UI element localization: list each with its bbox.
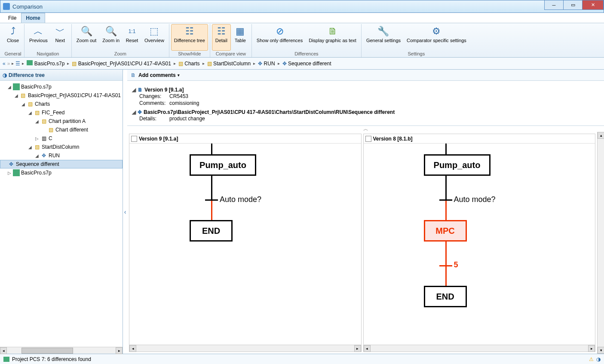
expander-icon[interactable]: ◢ xyxy=(28,145,33,150)
tree-item-fic-feed[interactable]: ◢▧FIC_Feed xyxy=(0,108,123,117)
list-view-icon[interactable]: ☰ xyxy=(15,61,20,67)
crumb-charts[interactable]: ▧ Charts xyxy=(178,60,201,67)
comparator-settings-button[interactable]: ⚙Comparator specific settings xyxy=(404,24,469,51)
expander-icon[interactable]: ◢ xyxy=(132,87,136,93)
scroll-down-button[interactable]: ▾ xyxy=(598,347,604,354)
scroll-right-button[interactable]: ▸ xyxy=(116,347,123,354)
expander-icon[interactable]: ◢ xyxy=(21,102,26,107)
scroll-left-button[interactable]: ◂ xyxy=(364,345,371,352)
crumb-as01[interactable]: ▧ BasicProject_Prj\AS01\CPU 417-4\AS01 xyxy=(71,60,172,67)
minimize-button[interactable]: ─ xyxy=(544,0,564,10)
tab-file[interactable]: File xyxy=(3,13,21,23)
tree-item-sequence-different[interactable]: ✥Sequence different xyxy=(0,160,123,168)
crumb-run[interactable]: ✥ RUN xyxy=(257,60,276,67)
diagram-right-canvas[interactable]: Pump_auto Auto mode? MPC 5 END xyxy=(364,144,595,345)
content-v-scrollbar[interactable]: ▴ ▾ xyxy=(597,132,604,354)
scroll-right-button[interactable]: ▸ xyxy=(588,345,595,352)
expander-icon[interactable]: ◢ xyxy=(28,110,33,115)
tree-item-basicpro[interactable]: ◢BasicPro.s7p xyxy=(0,83,123,91)
diagram-right-title: Version 8 [8.1.b] xyxy=(373,136,413,142)
general-settings-label: General settings xyxy=(366,38,401,43)
general-settings-button[interactable]: 🔧General settings xyxy=(363,24,404,51)
crumb-startdistcolumn[interactable]: ▧ StartDistColumn xyxy=(206,60,252,67)
difference-tree-button[interactable]: ☷Difference tree xyxy=(171,24,208,51)
difference-tree-panel: ◑ Difference tree ◢BasicPro.s7p ◢▧BasicP… xyxy=(0,70,123,354)
scroll-left-button[interactable]: ◂ xyxy=(0,347,7,354)
add-comments-button[interactable]: Add comments▾ xyxy=(138,72,180,78)
ribbon-group-compareview: ☷Detail ▦Table Compare view xyxy=(210,24,252,57)
scroll-up-button[interactable]: ▴ xyxy=(598,132,604,139)
expander-icon[interactable]: ◢ xyxy=(7,85,12,89)
zoom-out-button[interactable]: 🔍Zoom out xyxy=(74,24,99,51)
diagram-left-h-scrollbar[interactable]: ◂ ▸ xyxy=(129,345,361,352)
flow-transition-label: Auto mode? xyxy=(220,195,261,204)
flow-step-pump-auto[interactable]: Pump_auto xyxy=(424,154,491,176)
expander-icon[interactable]: ◢ xyxy=(34,119,40,124)
run-icon: ✥ xyxy=(40,152,47,159)
flow-step-pump-auto[interactable]: Pump_auto xyxy=(190,154,256,176)
details-collapse-handle[interactable]: ︿ xyxy=(127,126,604,132)
sidebar-collapse-handle[interactable]: ‹ xyxy=(123,70,127,354)
close-button[interactable]: ⤴ Close xyxy=(3,24,22,51)
tree-h-scrollbar[interactable]: ◂ ▸ xyxy=(0,347,123,354)
tree-item-startdistcolumn[interactable]: ◢▧StartDistColumn xyxy=(0,143,123,151)
zoom-reset-label: Reset xyxy=(126,38,138,43)
previous-button[interactable]: ︿Previous xyxy=(26,24,51,51)
tree-item-chart-partition-a[interactable]: ◢▧Chart partition A xyxy=(0,117,123,125)
tree-item-basicpro-2[interactable]: ▷BasicPro.s7p xyxy=(0,168,123,177)
nav-forward-icon[interactable]: » xyxy=(7,61,10,67)
info-icon[interactable]: ◑ xyxy=(596,356,601,362)
maximize-button[interactable]: ▭ xyxy=(563,0,583,10)
tree-item-c[interactable]: ▷▥C xyxy=(0,134,123,143)
project-icon xyxy=(3,357,9,362)
details-value: product change xyxy=(169,116,205,122)
flow-step-end[interactable]: END xyxy=(190,220,233,242)
next-button[interactable]: ﹀Next xyxy=(51,24,70,51)
tree-item-basicproject[interactable]: ◢▧BasicProject_Prj\AS01\CPU 417-4\AS01 xyxy=(0,91,123,100)
tab-home[interactable]: Home xyxy=(21,13,45,23)
tree-item-run[interactable]: ◢✥RUN xyxy=(0,151,123,160)
close-icon: ⤴ xyxy=(7,25,19,37)
charts-icon: ▧ xyxy=(178,61,183,67)
scroll-right-button[interactable]: ▸ xyxy=(354,345,361,352)
crumb-sequence-different[interactable]: ✥ Sequence different xyxy=(282,60,332,67)
ribbon-group-navigation: ︿Previous ﹀Next Navigation xyxy=(25,24,72,57)
difference-tree-header: ◑ Difference tree xyxy=(0,70,123,81)
display-as-text-button[interactable]: 🗎Display graphic as text xyxy=(306,24,359,51)
close-window-button[interactable]: ✕ xyxy=(582,0,604,10)
zoom-in-button[interactable]: 🔍Zoom in xyxy=(99,24,123,51)
ribbon-group-differences: ⊘Show only differences 🗎Display graphic … xyxy=(252,24,362,57)
details-path-header[interactable]: ◢✥BasicPro.s7p\BasicProject_Prj\AS01\CPU… xyxy=(132,109,600,115)
warning-icon[interactable]: ⚠ xyxy=(589,356,594,362)
comments-label: Comments: xyxy=(139,100,169,106)
flow-step-mpc-diff[interactable]: MPC xyxy=(424,220,467,242)
show-only-differences-button[interactable]: ⊘Show only differences xyxy=(254,24,306,51)
diagram-left-canvas[interactable]: Pump_auto Auto mode? END xyxy=(129,144,361,345)
diagram-right-h-scrollbar[interactable]: ◂ ▸ xyxy=(364,345,595,352)
difference-tree-title: Difference tree xyxy=(9,72,45,78)
close-label: Close xyxy=(7,38,19,43)
tree-item-chart-different[interactable]: ▧Chart different xyxy=(0,125,123,134)
details-version9-header[interactable]: ◢🗎Version 9 [9.1.a] xyxy=(132,87,600,93)
expander-icon[interactable]: ◢ xyxy=(34,153,40,158)
details-label: Details: xyxy=(139,116,169,122)
scroll-left-button[interactable]: ◂ xyxy=(129,345,136,352)
expander-icon[interactable]: ▷ xyxy=(7,171,12,175)
expander-icon[interactable]: ◢ xyxy=(14,93,19,98)
tree-item-charts[interactable]: ◢▧Charts xyxy=(0,100,123,108)
overview-button[interactable]: ⬚Overview xyxy=(141,24,167,51)
nav-back-icon[interactable]: « xyxy=(3,61,6,67)
expander-icon[interactable]: ◢ xyxy=(132,109,136,115)
window-titlebar: Comparison ─ ▭ ✕ xyxy=(0,0,604,13)
zoom-reset-button[interactable]: 1:1Reset xyxy=(123,24,141,51)
expander-icon[interactable]: ▷ xyxy=(34,136,40,141)
table-button[interactable]: ▦Table xyxy=(231,24,250,51)
detail-button[interactable]: ☷Detail xyxy=(212,24,231,51)
difference-tree[interactable]: ◢BasicPro.s7p ◢▧BasicProject_Prj\AS01\CP… xyxy=(0,81,123,347)
crumb-project[interactable]: BasicPro.s7p xyxy=(26,59,65,67)
version-icon xyxy=(131,136,137,142)
flow-step-end[interactable]: END xyxy=(424,286,467,307)
diagram-right-header: Version 8 [8.1.b] xyxy=(364,134,595,144)
scroll-thumb[interactable] xyxy=(21,348,73,354)
project-icon xyxy=(13,83,20,90)
